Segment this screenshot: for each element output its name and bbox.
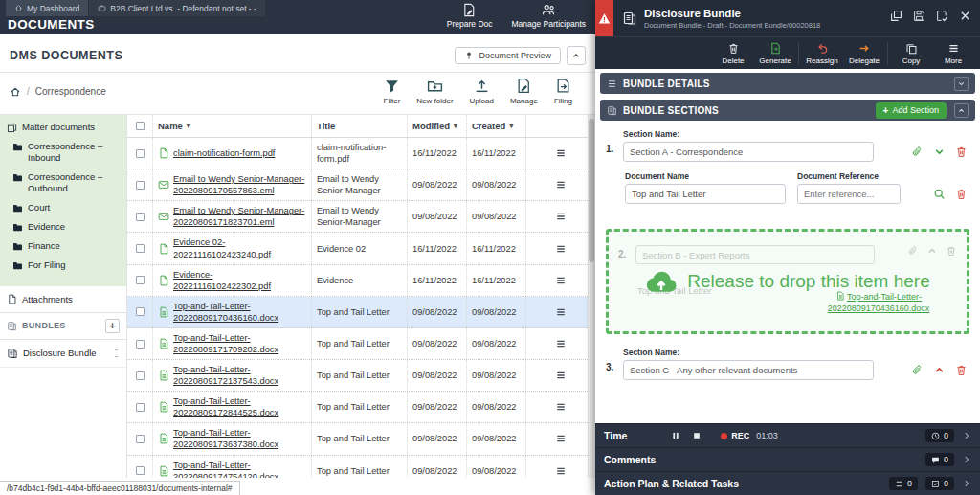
row-menu-icon[interactable] (555, 338, 567, 349)
column-header-modified[interactable]: Modified▾ (407, 115, 466, 137)
table-row[interactable]: Evidence 02-20221116102423240.pdf Eviden… (127, 233, 595, 264)
sidebar-item-matter-documents[interactable]: Matter documents (0, 118, 126, 137)
sidebar-folder-item[interactable]: Court (0, 198, 126, 217)
table-row[interactable]: Top-and-Tail-Letter-20220809172137543.do… (127, 360, 595, 392)
save-close-icon[interactable] (936, 10, 948, 22)
row-checkbox[interactable] (136, 149, 145, 158)
table-row[interactable]: Evidence-20221116102422302.pdf Evidence … (127, 265, 595, 297)
filing-button[interactable]: Filing (554, 78, 572, 105)
bundle-details-bar[interactable]: BUNDLE DETAILS (600, 73, 975, 94)
table-row[interactable]: Top-and-Tail-Letter-20220809170436160.do… (127, 297, 595, 328)
table-scrollbar[interactable] (588, 115, 595, 478)
column-header-created[interactable]: Created▾ (466, 115, 525, 137)
trash-icon[interactable] (955, 364, 968, 376)
tab-my-dashboard[interactable]: My Dashboard (6, 0, 88, 16)
more-button[interactable]: More (932, 42, 974, 65)
table-row[interactable]: Top-and-Tail-Letter-20220809174754120.do… (127, 456, 595, 478)
close-icon[interactable] (959, 10, 971, 22)
trash-icon[interactable] (955, 146, 968, 158)
chevron-right-icon[interactable] (962, 431, 971, 440)
prepare-doc-button[interactable]: Prepare Doc (447, 3, 493, 29)
drop-zone-section-2[interactable]: 2. Section B - Expert Reports Top and Ta… (606, 229, 969, 334)
document-link[interactable]: Top-and-Tail-Letter-20220809172137543.do… (173, 364, 306, 387)
table-row[interactable]: Top-and-Tail-Letter-20220809173637380.do… (127, 423, 595, 455)
row-menu-icon[interactable] (555, 147, 567, 159)
document-link[interactable]: Top-and-Tail-Letter-20220809174754120.do… (173, 460, 306, 478)
table-row[interactable]: Top-and-Tail-Letter-20220809171709202.do… (127, 328, 595, 360)
breadcrumb-current[interactable]: Correspondence (35, 86, 106, 97)
document-link[interactable]: Email to Wendy Senior-Manager-2022080917… (173, 173, 306, 196)
time-bar[interactable]: Time REC 01:03 0 (595, 423, 980, 447)
row-checkbox[interactable] (136, 276, 145, 284)
popout-icon[interactable] (890, 10, 902, 22)
collapse-dms-button[interactable] (567, 46, 586, 65)
row-checkbox[interactable] (136, 307, 145, 316)
document-link[interactable]: Top-and-Tail-Letter-20220809173637380.do… (173, 427, 306, 450)
chevron-right-icon[interactable] (962, 455, 971, 464)
chevron-down-icon[interactable] (113, 354, 120, 359)
sidebar-item-attachments[interactable]: Attachments (0, 286, 126, 313)
manage-button[interactable]: Manage (510, 78, 538, 105)
chevron-up-icon[interactable] (113, 348, 120, 352)
document-link[interactable]: Top-and-Tail-Letter-20220809171709202.do… (173, 332, 306, 355)
row-checkbox[interactable] (136, 466, 145, 475)
home-icon[interactable] (10, 86, 21, 98)
reassign-button[interactable]: Reassign (801, 42, 843, 65)
sidebar-folder-item[interactable]: Evidence (0, 217, 126, 236)
paperclip-icon[interactable] (911, 146, 924, 158)
row-menu-icon[interactable] (555, 179, 567, 191)
chevron-right-icon[interactable] (962, 479, 971, 488)
column-header-title[interactable]: Title (311, 115, 407, 137)
bundle-sections-bar[interactable]: BUNDLE SECTIONS + Add Section (600, 100, 975, 121)
sidebar-item-disclosure-bundle[interactable]: Disclosure Bundle (0, 340, 126, 368)
document-link[interactable]: Evidence 02-20221116102423240.pdf (173, 236, 306, 259)
document-reference-input[interactable] (797, 184, 901, 204)
row-menu-icon[interactable] (555, 433, 567, 444)
sidebar-folder-item[interactable]: Correspondence – Outbound (0, 168, 126, 198)
comments-bar[interactable]: Comments 0 (595, 447, 980, 471)
row-menu-icon[interactable] (555, 465, 567, 477)
delegate-button[interactable]: Delegate (843, 42, 885, 65)
document-link[interactable]: Top-and-Tail-Letter-20220809172844525.do… (173, 395, 306, 418)
manage-participants-button[interactable]: Manage Participants (512, 3, 587, 29)
chevron-down-icon[interactable] (933, 146, 946, 158)
section-name-input[interactable] (623, 360, 874, 380)
document-link[interactable]: Top-and-Tail-Letter-20220809170436160.do… (173, 301, 306, 324)
copy-button[interactable]: Copy (890, 42, 932, 65)
trash-icon[interactable] (955, 188, 968, 200)
filter-button[interactable]: Filter (384, 78, 401, 105)
details-collapse-button[interactable] (954, 77, 969, 91)
paperclip-icon[interactable] (911, 364, 924, 376)
row-checkbox[interactable] (136, 340, 145, 349)
table-row[interactable]: claim-notification-form.pdf claim-notifi… (127, 138, 595, 169)
sidebar-folder-item[interactable]: Correspondence – Inbound (0, 137, 126, 168)
sidebar-folder-item[interactable]: For Filing (0, 256, 126, 275)
row-checkbox[interactable] (136, 403, 145, 412)
add-section-button[interactable]: + Add Section (876, 102, 947, 119)
document-preview-button[interactable]: Document Preview (455, 47, 561, 64)
stop-icon[interactable] (692, 431, 702, 440)
table-row[interactable]: Top-and-Tail-Letter-20220809172844525.do… (127, 392, 595, 423)
row-checkbox[interactable] (136, 213, 145, 221)
row-menu-icon[interactable] (555, 370, 567, 381)
sections-collapse-button[interactable] (954, 103, 969, 118)
pause-icon[interactable] (671, 431, 680, 440)
row-menu-icon[interactable] (555, 306, 567, 318)
document-link[interactable]: Email to Wendy Senior-Manager-2022080917… (173, 205, 306, 228)
generate-button[interactable]: Generate (754, 42, 796, 65)
alert-tab[interactable] (595, 0, 613, 36)
row-menu-icon[interactable] (555, 275, 567, 286)
document-name-input[interactable] (625, 184, 786, 204)
row-checkbox[interactable] (136, 181, 145, 190)
add-bundle-button[interactable]: + (105, 319, 120, 333)
column-header-name[interactable]: Name▾ (152, 115, 311, 137)
document-link[interactable]: Evidence-20221116102422302.pdf (173, 269, 306, 292)
row-menu-icon[interactable] (555, 243, 567, 255)
row-menu-icon[interactable] (555, 211, 567, 222)
scrollbar-thumb[interactable] (589, 119, 594, 262)
row-checkbox[interactable] (136, 371, 145, 380)
table-row[interactable]: Email to Wendy Senior-Manager-2022080917… (127, 201, 595, 233)
row-checkbox[interactable] (136, 244, 145, 253)
save-icon[interactable] (913, 10, 925, 22)
search-icon[interactable] (933, 188, 946, 200)
